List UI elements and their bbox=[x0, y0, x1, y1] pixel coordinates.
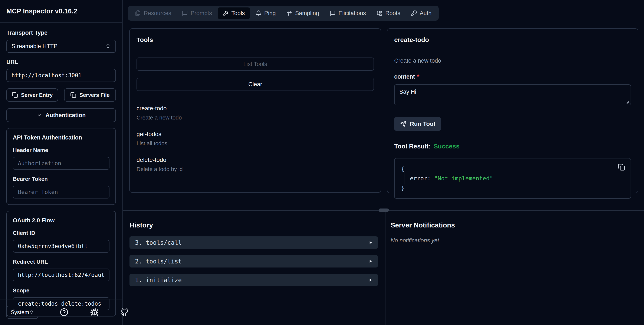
expand-arrow-icon bbox=[368, 259, 373, 264]
history-item-initialize[interactable]: 1. initialize bbox=[130, 274, 378, 286]
tool-list: create-todo Create a new todo get-todos … bbox=[136, 105, 374, 172]
url-label: URL bbox=[6, 59, 116, 66]
history-item-tools-call[interactable]: 3. tools/call bbox=[130, 236, 378, 249]
message-square-icon bbox=[330, 10, 336, 16]
message-square-icon bbox=[182, 10, 188, 16]
files-icon bbox=[135, 10, 141, 16]
history-title: History bbox=[130, 221, 378, 229]
run-tool-button[interactable]: Run Tool bbox=[394, 117, 441, 131]
sidebar-footer: System bbox=[0, 299, 122, 325]
sidebar: MCP Inspector v0.16.2 Transport Type Str… bbox=[0, 0, 123, 325]
copy-icon bbox=[12, 92, 18, 98]
bearer-token-label: Bearer Token bbox=[13, 176, 110, 182]
expand-arrow-icon bbox=[368, 240, 373, 245]
copy-icon bbox=[70, 92, 76, 98]
theme-select-value: System bbox=[11, 309, 29, 316]
servers-file-button[interactable]: Servers File bbox=[64, 88, 116, 102]
tab-sampling[interactable]: Sampling bbox=[281, 8, 324, 19]
tool-item-get-todos[interactable]: get-todos List all todos bbox=[136, 131, 374, 147]
tab-elicitations[interactable]: Elicitations bbox=[324, 8, 371, 19]
tab-roots[interactable]: Roots bbox=[372, 8, 406, 19]
json-open-brace: { bbox=[401, 164, 624, 174]
expand-arrow-icon bbox=[368, 278, 373, 282]
tab-bar: Resources Prompts Tools Ping Sampling El… bbox=[128, 6, 439, 21]
scope-label: Scope bbox=[13, 287, 110, 294]
json-close-brace: } bbox=[401, 183, 624, 193]
tab-tools[interactable]: Tools bbox=[218, 8, 250, 19]
tab-label: Sampling bbox=[295, 10, 319, 16]
tab-prompts[interactable]: Prompts bbox=[177, 8, 217, 19]
tab-label: Ping bbox=[264, 10, 276, 16]
splitter-drag-handle[interactable] bbox=[379, 208, 389, 212]
list-tools-button[interactable]: List Tools bbox=[136, 58, 374, 71]
tab-label: Tools bbox=[232, 10, 245, 16]
bug-icon[interactable] bbox=[90, 308, 98, 316]
chevrons-up-down-icon bbox=[29, 310, 34, 314]
tool-item-create-todo[interactable]: create-todo Create a new todo bbox=[136, 105, 374, 121]
tools-panel: Tools List Tools Clear create-todo Creat… bbox=[129, 28, 381, 193]
run-tool-panel-title: create-todo bbox=[388, 29, 638, 51]
client-id-input[interactable] bbox=[13, 240, 110, 252]
folder-tree-icon bbox=[376, 10, 382, 16]
servers-file-label: Servers File bbox=[80, 92, 110, 98]
url-input[interactable] bbox=[6, 69, 116, 82]
server-notifications-panel: Server Notifications No notifications ye… bbox=[385, 211, 644, 325]
history-item-tools-list[interactable]: 2. tools/list bbox=[130, 255, 378, 268]
history-panel: History 3. tools/call 2. tools/list 1. i… bbox=[123, 211, 385, 325]
redirect-url-input[interactable] bbox=[13, 268, 110, 281]
bell-icon bbox=[256, 10, 262, 16]
help-circle-icon[interactable] bbox=[60, 308, 68, 316]
history-list: 3. tools/call 2. tools/list 1. initializ… bbox=[130, 236, 378, 286]
transport-type-select[interactable]: Streamable HTTP bbox=[6, 40, 116, 53]
header-name-label: Header Name bbox=[13, 147, 110, 154]
tool-item-delete-todo[interactable]: delete-todo Delete a todo by id bbox=[136, 156, 374, 172]
required-marker: * bbox=[417, 74, 420, 80]
main-area: Resources Prompts Tools Ping Sampling El… bbox=[123, 0, 644, 325]
hammer-icon bbox=[223, 10, 229, 16]
bearer-token-input[interactable] bbox=[13, 186, 110, 198]
sidebar-header: MCP Inspector v0.16.2 bbox=[0, 0, 122, 23]
authentication-toggle[interactable]: Authentication bbox=[6, 108, 116, 122]
tool-result-label: Tool Result: bbox=[394, 143, 430, 150]
content-field-label: content bbox=[394, 74, 415, 80]
tab-label: Elicitations bbox=[338, 10, 366, 16]
hash-icon bbox=[286, 10, 292, 16]
header-name-input[interactable] bbox=[13, 157, 110, 170]
transport-type-label: Transport Type bbox=[6, 30, 116, 36]
server-notifications-title: Server Notifications bbox=[390, 221, 644, 229]
client-id-label: Client ID bbox=[13, 230, 110, 236]
authentication-toggle-label: Authentication bbox=[46, 112, 86, 119]
resize-grip-icon[interactable] bbox=[624, 99, 629, 104]
no-notifications-message: No notifications yet bbox=[390, 237, 644, 244]
tab-resources[interactable]: Resources bbox=[130, 8, 176, 19]
json-error-line: error: "Not implemented" bbox=[401, 174, 624, 183]
server-entry-button[interactable]: Server Entry bbox=[6, 88, 58, 102]
result-json-block: { error: "Not implemented" } bbox=[394, 158, 631, 199]
server-entry-label: Server Entry bbox=[21, 92, 53, 98]
tab-label: Resources bbox=[144, 10, 171, 16]
redirect-url-label: Redirect URL bbox=[13, 258, 110, 265]
tab-label: Auth bbox=[420, 10, 432, 16]
app-title: MCP Inspector v0.16.2 bbox=[6, 8, 77, 15]
chevron-down-icon bbox=[37, 112, 42, 118]
run-tool-button-label: Run Tool bbox=[410, 120, 435, 127]
run-tool-panel: create-todo Create a new todo content * … bbox=[387, 28, 638, 193]
chevrons-up-down-icon bbox=[105, 44, 111, 49]
tab-auth[interactable]: Auth bbox=[406, 8, 437, 19]
key-icon bbox=[411, 10, 417, 16]
copy-icon[interactable] bbox=[618, 164, 625, 171]
tools-panel-title: Tools bbox=[130, 29, 381, 51]
tool-result-status: Success bbox=[434, 143, 460, 150]
tool-description: Create a new todo bbox=[394, 58, 631, 64]
tab-label: Roots bbox=[385, 10, 400, 16]
theme-select[interactable]: System bbox=[6, 306, 38, 319]
clear-button[interactable]: Clear bbox=[136, 78, 374, 91]
send-icon bbox=[400, 121, 406, 127]
api-token-card: API Token Authentication Header Name Bea… bbox=[6, 128, 116, 205]
transport-type-value: Streamable HTTP bbox=[12, 43, 58, 50]
api-token-title: API Token Authentication bbox=[13, 134, 110, 141]
content-field-input[interactable]: Say Hi bbox=[394, 84, 631, 105]
tab-label: Prompts bbox=[190, 10, 212, 16]
sidebar-body: Transport Type Streamable HTTP URL Serve… bbox=[0, 23, 122, 316]
tab-ping[interactable]: Ping bbox=[250, 8, 281, 19]
